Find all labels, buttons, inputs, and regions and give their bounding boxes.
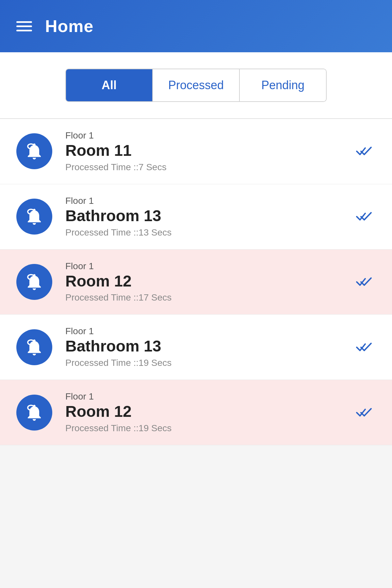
notification-list: Floor 1 Room 11 Processed Time ::7 Secs …	[0, 119, 392, 445]
notification-room: Room 12	[65, 403, 350, 420]
hamburger-menu-icon[interactable]	[16, 21, 32, 31]
bell-icon	[16, 264, 52, 300]
double-check-icon	[356, 341, 376, 354]
notification-room: Bathroom 13	[65, 207, 350, 225]
list-item[interactable]: Floor 1 Room 12 Processed Time ::17 Secs	[0, 250, 392, 315]
notification-room: Bathroom 13	[65, 338, 350, 355]
tab-pending[interactable]: Pending	[240, 69, 326, 101]
notification-floor: Floor 1	[65, 196, 350, 206]
bell-icon	[16, 395, 52, 431]
double-check-icon	[356, 210, 376, 223]
double-check-icon	[356, 406, 376, 419]
filter-tabs-container: All Processed Pending	[65, 69, 327, 102]
notification-processed-time: Processed Time ::19 Secs	[65, 358, 350, 368]
list-item[interactable]: Floor 1 Room 11 Processed Time ::7 Secs	[0, 119, 392, 184]
notification-processed-time: Processed Time ::19 Secs	[65, 423, 350, 433]
bell-icon	[16, 199, 52, 235]
tab-all[interactable]: All	[66, 69, 153, 101]
notification-content: Floor 1 Room 12 Processed Time ::17 Secs	[65, 261, 350, 303]
notification-content: Floor 1 Room 11 Processed Time ::7 Secs	[65, 130, 350, 172]
notification-content: Floor 1 Room 12 Processed Time ::19 Secs	[65, 391, 350, 433]
notification-processed-time: Processed Time ::13 Secs	[65, 227, 350, 238]
notification-floor: Floor 1	[65, 391, 350, 402]
double-check-icon	[356, 275, 376, 288]
notification-floor: Floor 1	[65, 326, 350, 336]
bell-icon	[16, 329, 52, 365]
list-item[interactable]: Floor 1 Bathroom 13 Processed Time ::19 …	[0, 315, 392, 380]
notification-content: Floor 1 Bathroom 13 Processed Time ::13 …	[65, 196, 350, 238]
notification-processed-time: Processed Time ::17 Secs	[65, 292, 350, 303]
notification-floor: Floor 1	[65, 130, 350, 141]
notification-content: Floor 1 Bathroom 13 Processed Time ::19 …	[65, 326, 350, 368]
tab-processed[interactable]: Processed	[153, 69, 240, 101]
double-check-icon	[356, 145, 376, 158]
bell-icon	[16, 133, 52, 169]
page-title: Home	[45, 16, 93, 36]
notification-room: Room 12	[65, 273, 350, 290]
notification-floor: Floor 1	[65, 261, 350, 271]
notification-room: Room 11	[65, 142, 350, 159]
app-header: Home	[0, 0, 392, 52]
list-item[interactable]: Floor 1 Room 12 Processed Time ::19 Secs	[0, 380, 392, 445]
list-item[interactable]: Floor 1 Bathroom 13 Processed Time ::13 …	[0, 184, 392, 250]
notification-processed-time: Processed Time ::7 Secs	[65, 162, 350, 172]
filter-section: All Processed Pending	[0, 52, 392, 118]
